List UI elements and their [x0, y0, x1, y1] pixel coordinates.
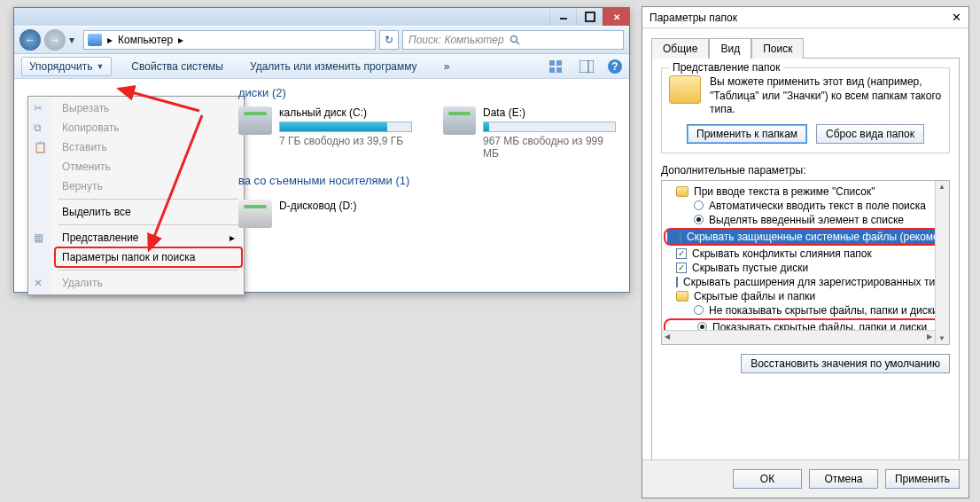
tab-view[interactable]: Вид — [709, 38, 751, 59]
tab-panel-view: Представление папок Вы можете применить … — [651, 58, 960, 479]
organize-button[interactable]: Упорядочить ▼ — [21, 57, 112, 76]
drive-name: D-дисковод (D:) — [279, 200, 356, 212]
svg-point-0 — [510, 36, 517, 43]
drive-free: 967 МБ свободно из 999 МБ — [483, 135, 618, 160]
menu-cut[interactable]: ✂Вырезать — [55, 98, 242, 118]
checkbox-icon[interactable] — [676, 277, 678, 287]
radio-icon[interactable] — [694, 305, 704, 315]
tab-search[interactable]: Поиск — [751, 38, 804, 59]
breadcrumb-sep: ▸ — [107, 34, 113, 46]
dialog-title: Параметры папок — [649, 12, 737, 24]
radio-icon[interactable] — [694, 215, 704, 224]
paste-icon: 📋 — [34, 141, 48, 153]
tree-option[interactable]: ✓Скрывать пустые диски — [664, 261, 947, 275]
checkbox-icon[interactable]: ✓ — [676, 263, 687, 273]
tree-option[interactable]: ✓Скрывать конфликты слияния папок — [664, 247, 947, 261]
group-legend: Представление папок — [669, 61, 783, 74]
forward-button[interactable]: → — [44, 29, 66, 51]
dialog-titlebar: Параметры папок ✕ — [642, 7, 968, 28]
uninstall-program-button[interactable]: Удалить или изменить программу — [243, 58, 424, 75]
hdd-icon — [238, 106, 272, 135]
dialog-footer: ОК Отмена Применить — [642, 459, 968, 498]
organize-label: Упорядочить — [29, 60, 92, 73]
drive-e[interactable]: Data (E:) 967 МБ свободно из 999 МБ — [443, 106, 618, 160]
dialog-close-button[interactable]: ✕ — [952, 11, 961, 24]
layout-icon: ▦ — [34, 231, 48, 244]
dvd-icon — [238, 200, 272, 228]
search-placeholder: Поиск: Компьютер — [408, 34, 504, 46]
tree-option[interactable]: Скрывать расширения для зарегистрированн… — [664, 275, 947, 289]
checkbox-icon[interactable] — [680, 231, 681, 242]
more-button[interactable]: » — [437, 58, 457, 75]
chevron-down-icon: ▼ — [96, 62, 104, 71]
menu-copy[interactable]: ⧉Копировать — [55, 118, 242, 137]
search-icon — [509, 35, 520, 45]
svg-rect-3 — [556, 60, 562, 66]
history-dropdown-icon[interactable]: ▾ — [69, 34, 80, 46]
cancel-button[interactable]: Отмена — [809, 469, 878, 489]
restore-defaults-button[interactable]: Восстановить значения по умолчанию — [741, 354, 950, 373]
back-button[interactable]: ← — [19, 29, 41, 51]
advanced-label: Дополнительные параметры: — [661, 164, 950, 176]
svg-rect-4 — [549, 67, 555, 73]
horizontal-scrollbar[interactable] — [662, 330, 935, 344]
checkbox-icon[interactable]: ✓ — [676, 248, 687, 259]
system-properties-button[interactable]: Свойства системы — [124, 58, 230, 75]
menu-layout[interactable]: ▦Представление — [55, 228, 242, 247]
svg-rect-6 — [579, 60, 594, 73]
command-bar: Упорядочить ▼ Свойства системы Удалить и… — [14, 54, 629, 79]
menu-select-all[interactable]: Выделить все — [55, 202, 242, 222]
help-button[interactable]: ? — [608, 59, 622, 74]
breadcrumb-text[interactable]: Компьютер — [118, 34, 173, 46]
preview-pane-button[interactable] — [578, 58, 595, 75]
tab-general[interactable]: Общие — [651, 38, 709, 59]
section-removable-title: ва со съемными носителями (1) — [238, 172, 618, 194]
folder-icon — [676, 291, 688, 302]
menu-redo[interactable]: Вернуть — [55, 176, 242, 196]
delete-icon: ✕ — [34, 277, 48, 289]
radio-icon[interactable] — [694, 200, 704, 210]
apply-button[interactable]: Применить — [885, 469, 960, 489]
menu-undo[interactable]: Отменить — [55, 157, 242, 176]
capacity-bar — [483, 122, 616, 132]
svg-line-1 — [517, 42, 519, 44]
drive-free: 7 ГБ свободно из 39,9 ГБ — [279, 135, 412, 147]
tree-option[interactable]: Не показывать скрытые файлы, папки и дис… — [664, 303, 947, 318]
annotation-ring-hide-protected: Скрывать защищенные системные файлы (рек… — [664, 228, 947, 246]
organize-menu: ✂Вырезать ⧉Копировать 📋Вставить Отменить… — [27, 96, 245, 295]
folder-icon — [676, 186, 688, 197]
folder-views-group: Представление папок Вы можете применить … — [661, 67, 950, 153]
advanced-settings-tree[interactable]: При вводе текста в режиме "Список" Автом… — [661, 180, 950, 345]
ok-button[interactable]: ОК — [733, 469, 802, 489]
section-drives-title: диски (2) — [238, 84, 618, 106]
view-mode-button[interactable] — [548, 58, 565, 75]
tree-group: Скрытые файлы и папки — [664, 289, 947, 303]
tree-option[interactable]: Выделять введенный элемент в списке — [664, 213, 947, 227]
refresh-button[interactable]: ↻ — [379, 30, 399, 50]
folder-options-dialog: Параметры папок ✕ Общие Вид Поиск Предст… — [642, 6, 969, 498]
computer-icon — [88, 34, 102, 46]
tree-option[interactable]: Автоматически вводить текст в поле поиск… — [664, 199, 947, 213]
explorer-window: ← → ▾ ▸ Компьютер ▸ ↻ Поиск: Компьютер У… — [13, 7, 630, 293]
menu-delete[interactable]: ✕Удалить — [55, 273, 242, 293]
nav-bar: ← → ▾ ▸ Компьютер ▸ ↻ Поиск: Компьютер — [14, 26, 629, 54]
apply-to-folders-button[interactable]: Применить к папкам — [687, 124, 807, 144]
close-button[interactable] — [603, 8, 629, 26]
drive-name: Data (E:) — [483, 106, 618, 119]
drive-c[interactable]: кальный диск (C:) 7 ГБ свободно из 39,9 … — [238, 106, 412, 160]
drive-dvd[interactable]: D-дисковод (D:) — [238, 200, 618, 228]
menu-paste[interactable]: 📋Вставить — [55, 137, 242, 157]
minimize-button[interactable] — [549, 8, 576, 26]
breadcrumb-sep: ▸ — [178, 34, 183, 46]
content-pane: диски (2) кальный диск (C:) 7 ГБ свободн… — [231, 79, 626, 288]
maximize-button[interactable] — [576, 8, 603, 26]
svg-rect-2 — [549, 60, 555, 66]
tab-strip: Общие Вид Поиск — [642, 28, 968, 58]
reset-folders-button[interactable]: Сброс вида папок — [816, 124, 924, 144]
address-bar[interactable]: ▸ Компьютер ▸ — [83, 30, 376, 50]
tree-option-hide-protected[interactable]: Скрывать защищенные системные файлы (рек… — [667, 230, 944, 244]
menu-folder-options[interactable]: Параметры папок и поиска — [55, 247, 242, 267]
vertical-scrollbar[interactable] — [935, 181, 949, 344]
search-input[interactable]: Поиск: Компьютер — [402, 30, 624, 50]
titlebar — [14, 8, 629, 26]
